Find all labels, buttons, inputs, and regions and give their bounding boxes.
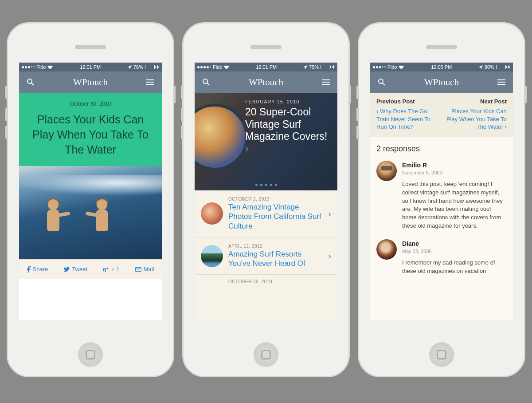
- battery-pct: 76%: [133, 64, 143, 70]
- charging-icon: [332, 65, 335, 69]
- phone-screen: Fido 12:01 PM 75%: [195, 63, 337, 320]
- status-bar: Fido 12:05 PM 80%: [370, 63, 513, 71]
- post-date: OCTOBER 2, 2013: [228, 197, 323, 202]
- share-facebook-button[interactable]: Share: [27, 266, 48, 273]
- search-icon[interactable]: [25, 77, 36, 87]
- phone-side-button: [524, 86, 527, 103]
- list-item[interactable]: OCTOBER 2, 2013 Ten Amazing Vintage Phot…: [195, 190, 337, 237]
- app-title: WPtouch: [73, 77, 108, 88]
- post-navigation: Previous Post Why Does The Go Train Neve…: [370, 93, 513, 137]
- share-twitter-button[interactable]: Tweet: [63, 266, 87, 273]
- avatar: [376, 161, 397, 181]
- phone-side-button: [5, 126, 8, 139]
- phone-side-button: [181, 86, 184, 99]
- share-googleplus-button[interactable]: g⁺ + 1: [103, 266, 119, 273]
- prev-post-link[interactable]: Why Does The Go Train Never Seem To Run …: [376, 107, 438, 131]
- mail-icon: [135, 267, 141, 272]
- phone-side-button: [356, 108, 359, 121]
- battery-icon: [145, 65, 155, 69]
- carousel-pagination[interactable]: [195, 184, 337, 186]
- battery-pct: 80%: [485, 64, 494, 70]
- svg-line-13: [383, 83, 385, 85]
- menu-icon[interactable]: [145, 77, 156, 87]
- avatar: [376, 239, 397, 260]
- menu-icon[interactable]: [321, 77, 331, 87]
- twitter-icon: [63, 267, 70, 272]
- featured-post-image: [19, 166, 162, 259]
- app-header: WPtouch: [195, 71, 337, 93]
- svg-point-7: [203, 79, 207, 83]
- wifi-icon: [224, 65, 229, 69]
- comment-text: I remember my dad reading some of these …: [402, 259, 507, 276]
- phone-mockup-2: Fido 12:01 PM 75%: [182, 22, 350, 377]
- carrier-label: Fido: [36, 64, 46, 70]
- list-item[interactable]: OCTOBER 30, 2010: [195, 275, 337, 284]
- comment-text: Loved this post, keep 'em coming! I coll…: [402, 180, 507, 230]
- carousel-slide[interactable]: FEBRUARY 15, 2010 20 Super-Cool Vintage …: [195, 93, 337, 190]
- phone-mockup-1: Fido 12:01 PM 76%: [7, 22, 174, 377]
- share-mail-button[interactable]: Mail: [135, 266, 154, 273]
- status-bar: Fido 12:01 PM 75%: [195, 63, 337, 71]
- featured-post-title: Places Your Kids Can Play When You Take …: [27, 112, 154, 157]
- featured-post-date: October 30, 2010: [27, 101, 154, 107]
- battery-icon: [321, 65, 330, 69]
- next-post-link[interactable]: Places Your Kids Can Play When You Take …: [446, 107, 507, 131]
- home-button[interactable]: [254, 342, 278, 367]
- phone-side-button: [173, 86, 176, 103]
- carousel-date: FEBRUARY 15, 2010: [245, 99, 331, 104]
- svg-text:g⁺: g⁺: [103, 267, 109, 272]
- chevron-right-icon: ›: [328, 251, 331, 261]
- post-thumbnail: [201, 245, 223, 267]
- phone-speaker: [75, 45, 106, 49]
- next-post-label: Next Post: [446, 98, 507, 105]
- post-date: APRIL 12, 2012: [228, 244, 323, 249]
- featured-post-banner[interactable]: October 30, 2010 Places Your Kids Can Pl…: [19, 93, 162, 166]
- share-twitter-label: Tweet: [72, 266, 87, 273]
- wifi-icon: [47, 65, 53, 69]
- post-date: OCTOBER 30, 2010: [228, 279, 331, 284]
- svg-point-12: [379, 79, 383, 83]
- phone-speaker: [426, 45, 457, 49]
- comment-author: Diane: [402, 239, 507, 248]
- app-header: WPtouch: [370, 71, 513, 93]
- share-bar: Share Tweet g⁺ + 1 Mail: [19, 259, 162, 279]
- search-icon[interactable]: [376, 77, 387, 87]
- battery-icon: [496, 65, 506, 69]
- carrier-label: Fido: [387, 64, 397, 70]
- share-facebook-label: Share: [33, 266, 48, 273]
- signal-dots-icon: [373, 66, 386, 68]
- battery-pct: 75%: [309, 64, 319, 70]
- signal-dots-icon: [22, 66, 35, 68]
- home-button[interactable]: [429, 342, 454, 367]
- carousel-title: 20 Super-Cool Vintage Surf Magazine Cove…: [245, 106, 331, 155]
- prev-post-label: Previous Post: [376, 98, 438, 105]
- share-googleplus-label: + 1: [111, 266, 119, 273]
- post-title: Ten Amazing Vintage Photos From Californ…: [228, 202, 323, 231]
- phone-side-button: [5, 86, 8, 99]
- phone-side-button: [348, 86, 351, 103]
- responses-heading: 2 responses: [376, 144, 507, 154]
- phone-side-button: [356, 126, 359, 139]
- app-title: WPtouch: [249, 77, 283, 88]
- status-time: 12:05 PM: [404, 64, 479, 70]
- carousel-thumbnail: [195, 104, 248, 170]
- list-item[interactable]: APRIL 12, 2012 Amazing Surf Resorts You'…: [195, 237, 337, 275]
- comment-item: Diane May 23, 2006 I remember my dad rea…: [376, 239, 507, 276]
- chevron-right-icon: ›: [245, 143, 249, 154]
- search-icon[interactable]: [201, 77, 211, 87]
- facebook-icon: [27, 266, 31, 273]
- comment-date: May 23, 2006: [402, 248, 507, 255]
- carrier-label: Fido: [213, 64, 222, 70]
- phone-side-button: [181, 108, 184, 121]
- charging-icon: [508, 65, 510, 69]
- status-time: 12:01 PM: [229, 64, 303, 70]
- googleplus-icon: g⁺: [103, 267, 109, 272]
- status-bar: Fido 12:01 PM 76%: [19, 63, 162, 71]
- home-button[interactable]: [78, 342, 103, 367]
- signal-dots-icon: [197, 66, 211, 68]
- post-list: OCTOBER 2, 2013 Ten Amazing Vintage Phot…: [195, 190, 337, 320]
- phone-mockup-3: Fido 12:05 PM 80%: [358, 22, 525, 377]
- menu-icon[interactable]: [496, 77, 507, 87]
- app-header: WPtouch: [19, 71, 162, 93]
- svg-line-8: [207, 83, 209, 85]
